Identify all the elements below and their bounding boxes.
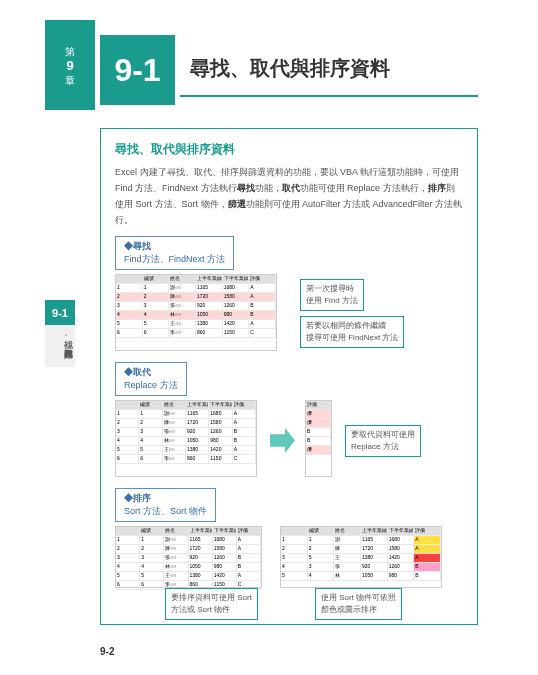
box-title: 尋找、取代與排序資料 <box>115 141 463 158</box>
chapter-suffix: 章 <box>65 75 75 86</box>
title-underline <box>180 95 478 97</box>
find-callout-2: 若要以相同的條件繼續 搜尋可使用 FindNext 方法 <box>300 316 404 348</box>
sheet-header-row: 編號姓名上半年業績 (萬)下半年業績 (萬)評價 <box>116 275 276 284</box>
section-num: 9-1 <box>114 52 160 89</box>
replace-sheet-2: 評價 優 優 B B 優 <box>305 400 332 477</box>
sort-callout-2: 使用 Sort 物件可依照 顏色或圖示排序 <box>315 588 402 620</box>
sort-sheet-1: 編號姓名上半年業績 (萬)下半年業績 (萬)評價11謝○○11651680A22… <box>115 526 262 588</box>
replace-label: ◆取代 Replace 方法 <box>115 362 187 396</box>
section-title: 尋找、取代與排序資料 <box>190 55 390 82</box>
chapter-tag: 第 9 章 <box>45 20 95 110</box>
side-tab: 9-1 尋找、取代與排序資料 <box>45 300 75 367</box>
intro-text: Excel 內建了尋找、取代、排序與篩選資料的功能，要以 VBA 執行這類功能時… <box>115 164 463 228</box>
find-diagram: 編號姓名上半年業績 (萬)下半年業績 (萬)評價 11謝○○11651680A2… <box>115 274 463 354</box>
chapter-num: 9 <box>66 58 73 73</box>
content-box: 尋找、取代與排序資料 Excel 內建了尋找、取代、排序與篩選資料的功能，要以 … <box>100 128 478 625</box>
sort-diagram: 編號姓名上半年業績 (萬)下半年業績 (萬)評價11謝○○11651680A22… <box>115 526 463 616</box>
side-tab-num: 9-1 <box>45 300 75 325</box>
side-tab-text: 尋找、取代與排序資料 <box>45 325 75 367</box>
page-number: 9-2 <box>100 646 114 657</box>
replace-callout: 要取代資料可使用 Replace 方法 <box>345 425 421 457</box>
find-label: ◆尋找 Find方法、FindNext 方法 <box>115 236 234 270</box>
replace-diagram: 編號姓名上半年業績 (萬)下半年業績 (萬)評價11謝○○11651680A22… <box>115 400 463 480</box>
replace-sheet-1: 編號姓名上半年業績 (萬)下半年業績 (萬)評價11謝○○11651680A22… <box>115 400 257 477</box>
find-sheet: 編號姓名上半年業績 (萬)下半年業績 (萬)評價 11謝○○11651680A2… <box>115 274 277 351</box>
sort-callout-1: 要排序資料可使用 Sort 方法或 Sort 物件 <box>165 588 258 620</box>
find-callout-1: 第一次搜尋時 使用 Find 方法 <box>300 279 364 311</box>
arrow-icon <box>270 428 295 453</box>
sort-sheet-2: 編號姓名上半年業績 (萬)下半年業績 (萬)評價 11謝11651680A 22… <box>280 526 442 588</box>
section-number-box: 9-1 <box>100 35 175 105</box>
chapter-prefix: 第 <box>65 46 75 57</box>
sort-label: ◆排序 Sort 方法、Sort 物件 <box>115 488 216 522</box>
